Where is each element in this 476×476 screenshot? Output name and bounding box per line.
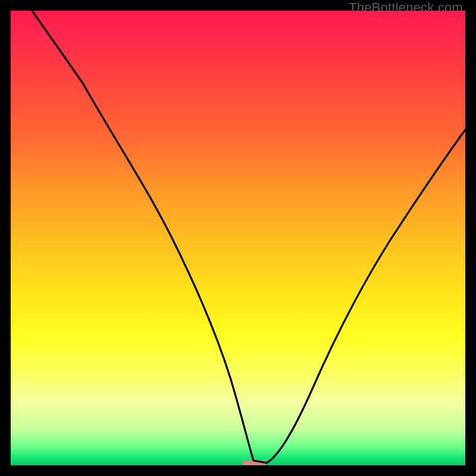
bottleneck-curve [32,11,465,463]
chart-container: TheBottleneck.com [0,0,476,476]
watermark-text: TheBottleneck.com [349,0,463,15]
curve-layer [11,11,465,465]
plot-area [11,11,465,465]
